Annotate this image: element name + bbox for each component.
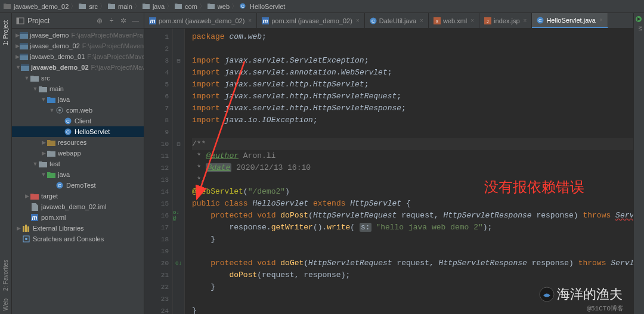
expand-arrow[interactable]: ▶ bbox=[24, 193, 30, 199]
svg-text:m: m bbox=[150, 18, 156, 24]
expand-arrow[interactable]: ▼ bbox=[32, 161, 38, 167]
code-line[interactable]: * @author Aron.li bbox=[192, 150, 633, 162]
code-line[interactable]: import javax.servlet.http.HttpServletRes… bbox=[192, 102, 633, 114]
tree-node[interactable]: ▼main bbox=[12, 83, 144, 94]
breadcrumb-item[interactable]: CHelloServlet bbox=[240, 2, 285, 10]
code-line[interactable] bbox=[192, 43, 633, 55]
tree-node-label: javaweb_demo_01 bbox=[30, 53, 85, 60]
code-content[interactable]: package com.web; import javax.servlet.Se… bbox=[185, 29, 633, 314]
code-line[interactable] bbox=[192, 126, 633, 138]
module-icon bbox=[21, 64, 29, 71]
tree-node[interactable]: javaweb_demo_02.iml bbox=[12, 201, 144, 212]
expand-arrow[interactable]: ▼ bbox=[16, 64, 21, 70]
run-icon[interactable] bbox=[635, 15, 643, 24]
tree-node[interactable]: ▶javase_demo_02F:\javaProject\Maven bbox=[12, 41, 144, 51]
right-tool-strip: M bbox=[633, 13, 644, 314]
tool-window-web[interactable]: Web bbox=[2, 295, 9, 314]
close-icon[interactable]: × bbox=[356, 17, 360, 24]
code-line[interactable]: doPost(request, response); bbox=[192, 269, 633, 281]
code-line[interactable]: * @date 2020/12/13 16:10 bbox=[192, 162, 633, 174]
breadcrumb-item[interactable]: main bbox=[108, 2, 132, 10]
expand-arrow[interactable]: ▶ bbox=[16, 43, 20, 49]
breadcrumb-item[interactable]: javaweb_demo_02 bbox=[4, 2, 69, 10]
collapse-icon[interactable]: ÷ bbox=[107, 16, 116, 26]
svg-rect-5 bbox=[20, 32, 28, 34]
expand-arrow[interactable]: ▼ bbox=[41, 97, 47, 102]
code-line[interactable] bbox=[192, 245, 633, 257]
code-line[interactable]: import javax.servlet.annotation.WebServl… bbox=[192, 67, 633, 79]
code-line[interactable]: import javax.servlet.ServletException; bbox=[192, 55, 633, 67]
locate-icon[interactable]: ⊕ bbox=[95, 16, 104, 26]
tree-node[interactable]: ▶javaweb_demo_01F:\javaProject\Maver bbox=[12, 51, 144, 62]
tree-node-path: F:\javaProject\MavenPra bbox=[71, 32, 143, 39]
expand-arrow[interactable]: ▼ bbox=[24, 75, 30, 81]
expand-arrow[interactable]: ▶ bbox=[16, 32, 20, 38]
expand-arrow[interactable]: ▼ bbox=[32, 86, 38, 92]
tree-node[interactable]: CDemoTest bbox=[12, 180, 144, 191]
expand-arrow[interactable]: ▼ bbox=[41, 172, 47, 178]
code-line[interactable]: response.getWriter().write( s: "hello ja… bbox=[192, 222, 633, 234]
editor-tab[interactable]: mpom.xml (javase_demo_02)× bbox=[257, 13, 365, 28]
project-panel: Project ⊕ ÷ ✲ — ▶javase_demoF:\javaProje… bbox=[12, 13, 144, 314]
svg-rect-7 bbox=[20, 43, 28, 45]
code-line[interactable]: import javax.servlet.http.HttpServlet; bbox=[192, 79, 633, 91]
expand-arrow[interactable]: ▶ bbox=[16, 225, 21, 231]
tree-node[interactable]: mpom.xml bbox=[12, 212, 144, 223]
expand-arrow[interactable]: ▼ bbox=[49, 107, 55, 113]
tree-node[interactable]: CHelloServlet bbox=[12, 126, 144, 137]
code-line[interactable]: public class HelloServlet extends HttpSe… bbox=[192, 198, 633, 210]
code-line[interactable]: /** bbox=[192, 138, 633, 150]
svg-text:C: C bbox=[538, 18, 542, 23]
tree-node[interactable]: ▼src bbox=[12, 73, 144, 83]
code-line[interactable]: package com.web; bbox=[192, 31, 633, 43]
tree-node-label: src bbox=[41, 74, 50, 82]
code-line[interactable]: import java.io.IOException; bbox=[192, 114, 633, 126]
tree-node[interactable]: ▼test bbox=[12, 158, 144, 169]
tree-node[interactable]: CClient bbox=[12, 116, 144, 126]
expand-arrow[interactable]: ▶ bbox=[41, 139, 47, 145]
code-line[interactable]: protected void doGet(HttpServletRequest … bbox=[192, 257, 633, 269]
tree-node[interactable]: ▼javaweb_demo_02F:\javaProject\Maver bbox=[12, 62, 144, 73]
hide-icon[interactable]: — bbox=[131, 16, 140, 26]
project-view-icon[interactable] bbox=[16, 16, 25, 26]
code-line[interactable]: } bbox=[192, 305, 633, 314]
editor-tab[interactable]: xweb.xml× bbox=[429, 13, 479, 28]
tree-node[interactable]: Scratches and Consoles bbox=[12, 234, 144, 244]
close-icon[interactable]: × bbox=[248, 17, 252, 24]
close-icon[interactable]: × bbox=[599, 17, 603, 23]
close-icon[interactable]: × bbox=[420, 17, 423, 24]
class-icon: C bbox=[537, 17, 544, 24]
tree-node-label: javaweb_demo_02.iml bbox=[41, 203, 106, 210]
tool-window-project[interactable]: 1: Project bbox=[2, 17, 9, 49]
gear-icon[interactable]: ✲ bbox=[119, 16, 128, 26]
editor-area: mpom.xml (javaweb_demo_02)×mpom.xml (jav… bbox=[144, 13, 633, 314]
code-line[interactable]: import javax.servlet.http.HttpServletReq… bbox=[192, 91, 633, 102]
close-icon[interactable]: × bbox=[470, 17, 474, 24]
breadcrumb-item[interactable]: com bbox=[175, 2, 197, 10]
tree-node[interactable]: ▶resources bbox=[12, 137, 144, 148]
tree-node[interactable]: ▼com.web bbox=[12, 105, 144, 116]
editor-tab[interactable]: CHelloServlet.java× bbox=[532, 13, 608, 28]
breadcrumb-item[interactable]: web bbox=[208, 2, 230, 10]
editor-tab[interactable]: Jindex.jsp× bbox=[479, 13, 532, 28]
tool-window-favorites[interactable]: 2: Favorites bbox=[2, 256, 9, 294]
project-tree[interactable]: ▶javase_demoF:\javaProject\MavenPra▶java… bbox=[12, 29, 144, 314]
breadcrumb-item[interactable]: java bbox=[143, 2, 165, 10]
tree-node[interactable]: ▼java bbox=[12, 169, 144, 180]
tree-node[interactable]: ▶External Libraries bbox=[12, 223, 144, 234]
tree-node[interactable]: ▶webapp bbox=[12, 148, 144, 158]
expand-arrow[interactable]: ▶ bbox=[16, 54, 20, 60]
tree-node-label: test bbox=[49, 160, 60, 167]
code-line[interactable]: } bbox=[192, 234, 633, 245]
tree-node[interactable]: ▶javase_demoF:\javaProject\MavenPra bbox=[12, 30, 144, 41]
tree-node[interactable]: ▶target bbox=[12, 191, 144, 201]
code-editor[interactable]: 123456789101112131415161718192021222324 … bbox=[144, 29, 633, 314]
close-icon[interactable]: × bbox=[524, 17, 527, 24]
breadcrumb-item[interactable]: src bbox=[79, 2, 98, 10]
editor-tab[interactable]: CDateUtil.java× bbox=[365, 13, 429, 28]
expand-arrow[interactable]: ▶ bbox=[41, 150, 47, 156]
maven-tool-icon[interactable]: M bbox=[635, 26, 643, 35]
code-line[interactable]: protected void doPost(HttpServletRequest… bbox=[192, 210, 633, 222]
tree-node[interactable]: ▼java bbox=[12, 94, 144, 105]
editor-tab[interactable]: mpom.xml (javaweb_demo_02)× bbox=[144, 13, 257, 28]
